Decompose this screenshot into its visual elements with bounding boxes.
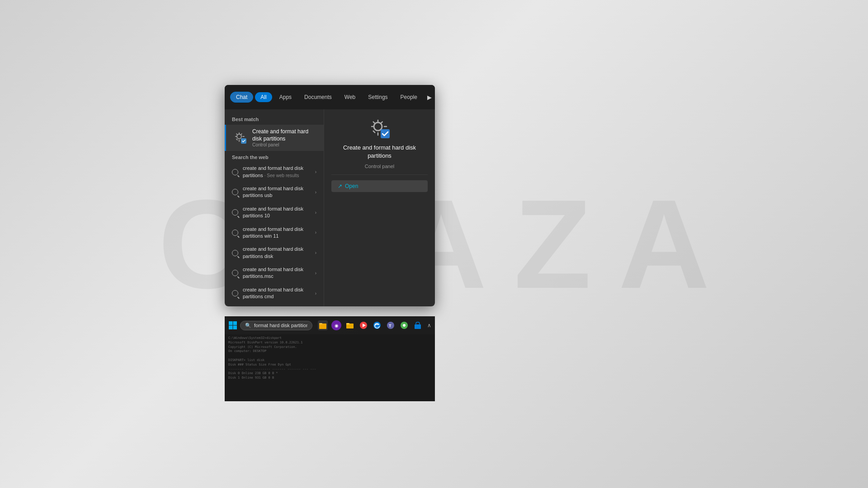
tab-apps[interactable]: Apps	[274, 92, 297, 102]
filter-tabs-bar: Chat All Apps Documents Web Settings Peo…	[225, 85, 435, 109]
search-icon-2	[232, 209, 238, 216]
taskbar: 🔍 format hard disk partitions ◉	[225, 316, 435, 334]
search-icon-4	[232, 250, 238, 256]
search-bar-icon: 🔍	[245, 323, 251, 328]
search-icon-1	[232, 189, 238, 195]
taskbar-icon-edge[interactable]	[372, 320, 382, 330]
terminal-text: C:\Windows\System32>diskpart Microsoft D…	[225, 334, 435, 382]
open-icon: ↗	[338, 183, 342, 189]
svg-rect-6	[229, 326, 233, 330]
best-match-subtitle: Control panel	[252, 142, 316, 147]
terminal-area: C:\Windows\System32>diskpart Microsoft D…	[225, 334, 435, 401]
chevron-icon-0: ›	[315, 169, 316, 174]
taskbar-icon-chrome[interactable]	[399, 320, 409, 330]
web-item-text-6: create and format hard disk partitions c…	[243, 286, 311, 300]
taskbar-icon-folder[interactable]	[345, 320, 355, 330]
tab-all[interactable]: All	[255, 92, 272, 102]
tab-settings[interactable]: Settings	[363, 92, 393, 102]
bg-letter-a2: A	[618, 172, 710, 317]
chevron-icon-3: ›	[315, 230, 316, 235]
svg-rect-5	[233, 321, 237, 325]
web-item-0[interactable]: create and format hard disk partitions ·…	[225, 162, 324, 182]
bg-letter-z: Z	[514, 172, 591, 317]
web-item-title-5: create and format hard disk partitions.m…	[243, 266, 311, 280]
web-item-2[interactable]: create and format hard disk partitions 1…	[225, 202, 324, 223]
app-name: Create and format hard disk partitions	[331, 144, 428, 160]
right-panel: Create and format hard disk partitions C…	[324, 109, 435, 306]
web-item-text-0: create and format hard disk partitions ·…	[243, 165, 311, 179]
web-item-1[interactable]: create and format hard disk partitions u…	[225, 182, 324, 202]
taskbar-icons: ◉ T	[318, 320, 423, 330]
svg-rect-19	[415, 324, 421, 329]
search-web-label: Search the web	[225, 151, 324, 162]
web-item-text-1: create and format hard disk partitions u…	[243, 185, 311, 199]
content-area: Best match Create and format hard disk p…	[225, 109, 435, 306]
web-item-title-1: create and format hard disk partitions u…	[243, 185, 311, 199]
windows-logo[interactable]	[228, 321, 237, 330]
best-match-title: Create and format hard disk partitions	[252, 128, 316, 142]
search-window: Chat All Apps Documents Web Settings Peo…	[225, 85, 435, 306]
chevron-icon-4: ›	[315, 250, 316, 255]
web-item-title-2: create and format hard disk partitions 1…	[243, 206, 311, 220]
open-button[interactable]: ↗ Open	[331, 180, 428, 192]
tab-documents[interactable]: Documents	[299, 92, 337, 102]
web-item-text-3: create and format hard disk partitions w…	[243, 226, 311, 240]
svg-text:T: T	[389, 324, 392, 328]
taskbar-icon-purple[interactable]: ◉	[331, 320, 341, 330]
web-item-text-4: create and format hard disk partitions d…	[243, 246, 311, 260]
right-panel-header: Create and format hard disk partitions C…	[331, 117, 428, 175]
web-item-5[interactable]: create and format hard disk partitions.m…	[225, 263, 324, 283]
open-label: Open	[345, 183, 358, 189]
tab-web[interactable]: Web	[339, 92, 361, 102]
gear-icon	[233, 131, 248, 145]
chevron-icon-2: ›	[315, 210, 316, 215]
search-icon-5	[232, 270, 238, 276]
tab-chat[interactable]: Chat	[230, 92, 253, 103]
search-bar-text: format hard disk partitions	[254, 323, 307, 328]
web-item-text-5: create and format hard disk partitions.m…	[243, 266, 311, 280]
taskbar-icon-file-explorer[interactable]	[318, 320, 328, 330]
app-icon-large	[368, 117, 392, 140]
taskbar-icon-store[interactable]	[413, 320, 423, 330]
web-item-4[interactable]: create and format hard disk partitions d…	[225, 243, 324, 263]
chevron-icon-1: ›	[315, 190, 316, 195]
chevron-icon-5: ›	[315, 271, 316, 276]
left-panel: Best match Create and format hard disk p…	[225, 109, 324, 306]
web-item-title-4: create and format hard disk partitions d…	[243, 246, 311, 260]
tab-people[interactable]: People	[395, 92, 423, 102]
see-web-results: · See web results	[264, 173, 299, 178]
taskbar-icon-media[interactable]	[359, 320, 368, 330]
search-icon-6	[232, 290, 238, 296]
play-icon[interactable]: ▶	[425, 92, 434, 103]
search-icon-0	[232, 169, 238, 175]
app-type: Control panel	[365, 164, 394, 169]
svg-rect-11	[346, 323, 349, 324]
web-item-title-6: create and format hard disk partitions c…	[243, 286, 311, 300]
search-bar[interactable]: 🔍 format hard disk partitions	[240, 321, 312, 330]
web-item-title-0: create and format hard disk partitions ·…	[243, 165, 311, 179]
taskbar-icon-teams[interactable]: T	[386, 320, 396, 330]
web-item-3[interactable]: create and format hard disk partitions w…	[225, 223, 324, 243]
search-menu: Chat All Apps Documents Web Settings Peo…	[225, 85, 435, 306]
svg-rect-9	[319, 323, 322, 324]
best-match-text: Create and format hard disk partitions C…	[252, 128, 316, 147]
chevron-icon-6: ›	[315, 291, 316, 296]
svg-point-18	[403, 324, 406, 327]
svg-rect-4	[229, 321, 233, 325]
web-item-text-2: create and format hard disk partitions 1…	[243, 206, 311, 220]
search-icon-3	[232, 230, 238, 236]
web-item-6[interactable]: create and format hard disk partitions c…	[225, 283, 324, 304]
web-item-title-3: create and format hard disk partitions w…	[243, 226, 311, 240]
best-match-item[interactable]: Create and format hard disk partitions C…	[225, 125, 324, 151]
taskbar-chevron-up[interactable]: ∧	[427, 322, 431, 328]
svg-rect-7	[233, 326, 237, 330]
best-match-label: Best match	[225, 115, 324, 125]
